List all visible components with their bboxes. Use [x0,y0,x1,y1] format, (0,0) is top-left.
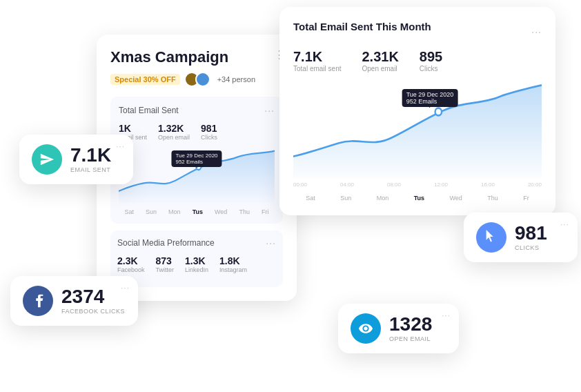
facebook-dots[interactable]: ··· [121,283,130,293]
stat-open-value: 1.32K [158,123,190,134]
day-tus: Tus [193,208,203,215]
large-stat-clicks-label: Clicks [420,65,442,72]
email-sent-value: 7.1K [70,146,111,165]
chart-tooltip-small: Tue 29 Dec 2020952 Emails [171,150,221,167]
stat-linkedin-label: LinkedIn [185,266,208,273]
cursor-icon-container [476,222,506,253]
stat-clicks-value: 981 [201,123,217,134]
facebook-info: 2374 FACEBOOK CLICKS [61,287,125,315]
facebook-value: 2374 [61,287,125,306]
day-sat: Sat [125,208,135,215]
stat-instagram: 1.8K Instagram [219,255,247,273]
stat-open: 1.32K Open email [158,123,190,141]
day-wed: Wed [215,208,227,215]
large-stat-sent-value: 7.1K [293,49,341,65]
day-fri: Fri [262,208,269,215]
stat-twitter-value: 873 [156,255,175,266]
email-sent-dots[interactable]: ··· [116,141,125,151]
small-chart-area: Tue 29 Dec 2020952 Emails [119,148,275,203]
stat-linkedin-value: 1.3K [185,255,208,266]
day-thu: Thu [239,208,250,215]
x-label-8: 08:00 [387,182,401,188]
large-day-fr: Fr [523,195,529,202]
large-stat-clicks: 895 Clicks [420,49,442,72]
clicks-dots[interactable]: ··· [560,219,569,229]
campaign-title: Xmas Campaign [110,48,283,66]
large-stats-row: 7.1K Total email sent 2.31K Open email 8… [293,49,542,72]
person-count: +34 person [217,75,255,84]
large-email-card: Total Email Sent This Month ··· 7.1K Tot… [279,7,555,215]
large-day-thu: Thu [487,195,498,202]
large-email-header: Total Email Sent This Month ··· [293,21,542,42]
avatar-2 [195,72,210,87]
open-email-dots[interactable]: ··· [442,311,451,320]
stat-linkedin: 1.3K LinkedIn [185,255,208,273]
large-card-title: Total Email Sent This Month [293,21,431,32]
svg-point-1 [435,108,442,116]
total-email-section: Total Email Sent ··· 1K email sent 1.32K… [110,97,283,224]
large-day-tus: Tus [414,195,424,202]
clicks-value: 981 [515,224,547,243]
send-icon [39,152,55,167]
social-title: Social Media Preformance [117,238,215,248]
x-label-16: 16:00 [481,182,495,188]
x-label-4: 04:00 [340,182,354,188]
facebook-float-card: ··· 2374 FACEBOOK CLICKS [10,276,138,326]
large-day-mon: Mon [377,195,389,202]
email-sent-label: EMAIL SENT [70,166,111,173]
social-section: Social Media Preformance ··· 2.3K Facebo… [110,231,283,287]
social-stats-row: 2.3K Facebook 873 Twitter 1.3K LinkedIn … [117,255,276,273]
open-email-float-card: ··· 1328 OPEN EMAIL [338,304,459,353]
open-email-info: 1328 OPEN EMAIL [389,315,432,342]
email-sent-info: 7.1K EMAIL SENT [70,146,111,173]
section-title: Total Email Sent [119,106,179,115]
stat-facebook: 2.3K Facebook [117,255,145,273]
large-stat-open-label: Open email [362,65,398,72]
clicks-label: CLICKS [515,244,547,251]
campaign-subtitle: Special 30% OFF +34 person [110,72,283,87]
large-stat-open: 2.31K Open email [362,49,398,72]
facebook-label: FACEBOOK CLICKS [61,308,125,315]
large-chart-area: Tue 29 Dec 2020952 Emails [293,82,542,179]
day-sun: Sun [146,208,157,215]
stat-twitter: 873 Twitter [156,255,175,273]
facebook-icon [30,293,46,308]
open-email-label: OPEN EMAIL [389,335,432,342]
total-email-dots-menu[interactable]: ··· [264,105,275,116]
x-label-20: 20:00 [528,182,542,188]
open-email-value: 1328 [389,315,432,334]
day-mon: Mon [168,208,181,215]
social-header: Social Media Preformance ··· [117,237,276,248]
clicks-info: 981 CLICKS [515,224,547,251]
chart-tooltip-large: Tue 29 Dec 2020952 Emails [402,89,458,107]
email-sent-float-card: ··· 7.1K EMAIL SENT [19,135,133,184]
stat-instagram-label: Instagram [219,266,247,273]
stat-clicks-label: Clicks [201,134,217,141]
large-stat-sent: 7.1K Total email sent [293,49,341,72]
x-label-12: 12:00 [434,182,448,188]
social-dots-menu[interactable]: ··· [266,237,276,248]
stat-facebook-value: 2.3K [117,255,145,266]
stat-sent-value: 1K [119,123,147,134]
clicks-float-card: ··· 981 CLICKS [464,213,578,262]
large-day-sat: Sat [306,195,315,202]
eye-icon-container [351,313,381,344]
facebook-icon-container [23,286,53,316]
large-stat-sent-label: Total email sent [293,65,341,72]
large-x-labels: 00:00 04:00 08:00 12:00 16:00 20:00 [293,182,542,188]
stat-clicks: 981 Clicks [201,123,217,141]
avatars [184,72,210,87]
days-row-small: Sat Sun Mon Tus Wed Thu Fri [119,208,275,215]
large-day-sun: Sun [340,195,351,202]
large-email-dots-menu[interactable]: ··· [531,26,542,37]
stat-instagram-value: 1.8K [219,255,247,266]
email-stats-row: 1K email sent 1.32K Open email 981 Click… [119,123,275,141]
discount-badge: Special 30% OFF [110,74,180,85]
large-days-row: Sat Sun Mon Tus Wed Thu Fr [293,195,542,202]
stat-facebook-label: Facebook [117,266,145,273]
large-stat-clicks-value: 895 [420,49,442,65]
stat-twitter-label: Twitter [156,266,175,273]
large-day-wed: Wed [449,195,462,202]
cursor-icon [484,230,499,245]
stat-open-label: Open email [158,134,190,141]
